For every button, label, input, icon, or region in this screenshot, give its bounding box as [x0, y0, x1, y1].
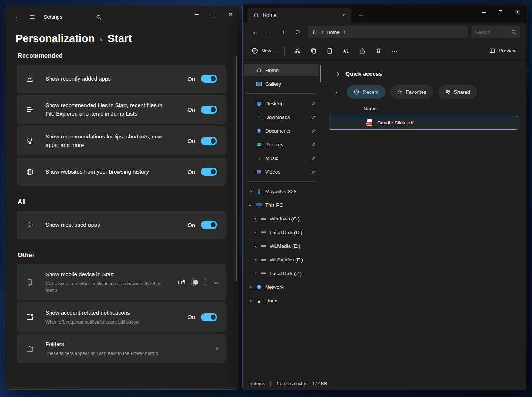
paste-button[interactable] — [322, 44, 337, 58]
sidebar-item-drive-c[interactable]: Windows (C:) — [244, 212, 319, 225]
music-icon: ♪ — [256, 155, 262, 161]
copy-button[interactable] — [306, 44, 321, 58]
toggle-state-label: On — [188, 169, 195, 175]
setting-card-mobile-device: Show mobile device in Start Calls, texts… — [17, 264, 226, 300]
refresh-button[interactable] — [291, 26, 304, 38]
breadcrumb: Personalization › Start — [6, 28, 239, 46]
filter-pill-recent[interactable]: Recent — [347, 85, 386, 99]
minimize-button[interactable] — [475, 4, 492, 20]
back-button[interactable]: ← — [11, 11, 25, 23]
documents-icon — [256, 128, 262, 134]
sidebar-item-gallery[interactable]: Gallery — [244, 78, 319, 90]
sidebar-item-drive-f[interactable]: WLStudios (F:) — [244, 253, 319, 266]
close-button[interactable]: × — [222, 6, 239, 23]
sidebar-item-network[interactable]: Network — [244, 281, 319, 293]
hamburger-menu-button[interactable] — [25, 11, 39, 23]
chevron-right-icon[interactable] — [249, 285, 251, 288]
sidebar-item-drive-e[interactable]: WLMedia (E:) — [244, 240, 319, 252]
chevron-right-icon[interactable] — [336, 72, 340, 76]
setting-card-folders[interactable]: Folders These folders appear on Start ne… — [17, 334, 226, 363]
toggle-switch[interactable] — [201, 106, 217, 114]
quick-access-header[interactable]: Quick access — [328, 65, 519, 80]
chevron-down-icon[interactable] — [249, 203, 251, 206]
chevron-down-icon[interactable] — [214, 280, 218, 284]
sidebar-item-drive-d[interactable]: Local Disk (D:) — [244, 226, 319, 239]
setting-card-browsing-history: Show websites from your browsing history… — [17, 158, 226, 186]
chevron-right-icon[interactable] — [253, 231, 256, 233]
sidebar-item-home[interactable]: Home — [244, 64, 319, 76]
delete-button[interactable] — [371, 44, 386, 58]
minimize-button[interactable] — [188, 6, 205, 23]
sidebar-scrollbar[interactable] — [320, 65, 321, 82]
nav-forward-button[interactable]: → — [263, 26, 276, 38]
back-arrow-icon: ← — [252, 29, 258, 35]
toggle-switch[interactable] — [191, 278, 207, 286]
search-input[interactable] — [475, 30, 509, 35]
preview-button[interactable]: Preview — [485, 44, 521, 58]
breadcrumb-personalization[interactable]: Personalization — [16, 32, 95, 45]
sidebar-item-linux[interactable]: Linux — [244, 294, 319, 307]
filter-pill-favorites[interactable]: ☆ Favorites — [390, 85, 433, 99]
chevron-right-icon[interactable] — [253, 244, 256, 247]
sidebar-item-documents[interactable]: Documents — [244, 124, 319, 137]
sidebar-item-this-pc[interactable]: This PC — [244, 199, 319, 211]
chevron-right-icon[interactable] — [249, 299, 251, 302]
minimize-icon — [195, 14, 199, 15]
explorer-sidebar: Home Gallery Desktop — [243, 60, 321, 378]
setting-title: Show account-related notifications — [45, 309, 140, 317]
toggle-switch[interactable] — [201, 75, 217, 83]
scissors-icon — [294, 48, 300, 54]
new-button[interactable]: New — [248, 44, 280, 58]
explorer-search-box[interactable] — [471, 26, 520, 38]
selection-status: 1 item selected 177 KB — [276, 381, 327, 386]
desktop-icon — [256, 100, 262, 106]
sidebar-item-phone[interactable]: Mayank's S23 — [244, 185, 319, 198]
toggle-knob — [211, 169, 216, 174]
sidebar-item-pictures[interactable]: Pictures — [244, 138, 319, 151]
tab-close-button[interactable]: × — [339, 11, 348, 20]
explorer-tab-home[interactable]: Home × — [247, 8, 351, 23]
toggle-switch[interactable] — [201, 221, 217, 229]
forward-arrow-icon: → — [266, 29, 272, 35]
sidebar-item-downloads[interactable]: Downloads — [244, 111, 319, 123]
rename-button[interactable] — [338, 44, 354, 58]
sidebar-item-drive-z[interactable]: Local Disk (Z:) — [244, 267, 319, 280]
sidebar-item-music[interactable]: ♪ Music — [244, 152, 319, 164]
maximize-button[interactable] — [205, 6, 222, 23]
maximize-button[interactable] — [492, 4, 509, 20]
nav-back-button[interactable]: ← — [249, 26, 262, 38]
settings-search-button[interactable] — [92, 11, 106, 23]
new-tab-button[interactable]: + — [355, 10, 367, 21]
chevron-right-icon[interactable] — [253, 272, 256, 274]
star-icon: ☆ — [25, 220, 45, 229]
setting-title: Show recently added apps — [45, 75, 111, 83]
filter-pill-label: Recent — [363, 89, 379, 95]
address-bar[interactable]: Home — [308, 26, 468, 38]
home-icon — [256, 67, 262, 73]
cut-button[interactable] — [289, 44, 305, 58]
chevron-right-icon[interactable] — [253, 217, 256, 220]
maximize-icon — [212, 13, 215, 16]
more-options-button[interactable]: … — [387, 44, 402, 58]
toggle-switch[interactable] — [201, 137, 217, 145]
chevron-down-icon[interactable] — [333, 90, 337, 94]
breadcrumb-separator: › — [100, 34, 102, 44]
share-button[interactable] — [354, 44, 370, 58]
column-header-name[interactable]: Name — [364, 106, 519, 112]
address-crumb-home[interactable]: Home — [327, 30, 340, 35]
toggle-switch[interactable] — [201, 168, 217, 176]
clock-icon — [354, 89, 359, 95]
sidebar-item-desktop[interactable]: Desktop — [244, 97, 319, 110]
drive-icon — [260, 229, 266, 235]
chevron-right-icon[interactable] — [249, 190, 251, 192]
toggle-switch[interactable] — [201, 313, 217, 321]
pin-icon — [311, 115, 316, 120]
close-button[interactable]: × — [509, 4, 526, 20]
sidebar-item-videos[interactable]: Videos — [244, 165, 319, 178]
filter-pill-shared[interactable]: Shared — [438, 85, 477, 99]
chevron-right-icon[interactable] — [253, 258, 256, 261]
settings-scrollbar[interactable] — [236, 56, 237, 281]
nav-up-button[interactable]: ↑ — [277, 26, 290, 38]
file-row-selected[interactable]: Candle Stick.pdf — [329, 116, 518, 130]
chevron-down-icon — [274, 49, 277, 52]
